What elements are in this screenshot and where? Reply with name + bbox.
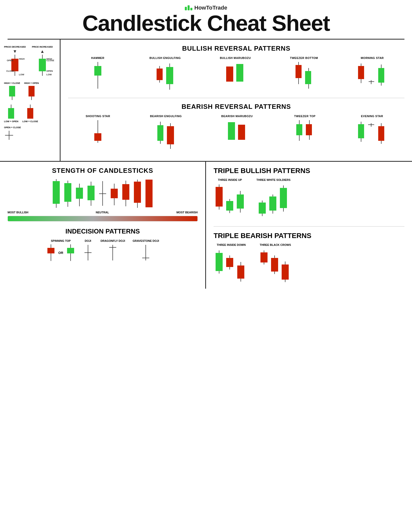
svg-rect-25 [94, 66, 101, 76]
spinning-top-item: SPINNING TOP OR [46, 239, 75, 261]
three-black-crows-label: THREE BLACK CROWS [260, 243, 291, 246]
svg-text:OPEN: OPEN [7, 59, 13, 62]
svg-rect-86 [87, 186, 95, 200]
bullish-engulfing-label: BULLISH ENGULFING [150, 56, 181, 59]
price-increased-candle: PRICE INCREASED ▲ HIGH CLOSE OPEN LOW [32, 46, 53, 77]
doji-item: DOJI [83, 239, 93, 261]
logo-bar-1 [185, 7, 187, 10]
high-eq-open-label: HIGH = OPEN [24, 82, 39, 84]
logo-bar-2 [188, 5, 190, 10]
arrow-up-icon: ▲ [40, 49, 45, 54]
svg-rect-97 [134, 182, 141, 203]
svg-rect-14 [9, 86, 15, 96]
svg-rect-124 [259, 203, 266, 214]
logo-bar-3 [190, 8, 192, 10]
svg-rect-148 [282, 264, 289, 280]
bullish-patterns-row: HAMMER BULLISH ENGULFING [68, 56, 404, 92]
bearish-marubozu-visual [227, 120, 247, 145]
triple-bullish-section: TRIPLE BULLISH PATTERNS THREE INSIDE UP [214, 167, 404, 219]
svg-rect-68 [358, 124, 364, 138]
hammer-label: HAMMER [91, 56, 104, 59]
svg-rect-115 [216, 187, 223, 207]
svg-rect-65 [306, 124, 312, 135]
triple-bearish-row: THREE INSIDE DOWN [214, 243, 404, 284]
svg-rect-34 [236, 64, 243, 82]
svg-rect-28 [157, 69, 163, 80]
pattern-bearish-engulfing: BEARISH ENGULFING [150, 115, 182, 150]
svg-rect-77 [53, 181, 60, 204]
legend-candles-row: PRICE DECREASED ▼ HIGH OPEN CLOSE LOW [4, 46, 56, 77]
svg-rect-60 [238, 125, 245, 140]
red-candle-svg: HIGH OPEN CLOSE LOW [9, 54, 20, 77]
svg-rect-19 [8, 108, 14, 119]
three-black-crows: THREE BLACK CROWS [259, 243, 292, 284]
low-eq-close-label: LOW = CLOSE [22, 120, 38, 123]
page-header: HowToTrade Candlestick Cheat Sheet [0, 0, 412, 36]
bottom-left: STENGTH OF CANDLESTICKS [0, 162, 206, 289]
high-eq-open: HIGH = OPEN [24, 82, 39, 101]
legend-low-eq: LOW = OPEN LOW = CLOSE [4, 104, 56, 123]
bullish-section: BULLISH REVERSAL PATTERNS HAMMER [68, 45, 404, 92]
tweezer-top-label: TWEEZER TOP [294, 115, 316, 118]
triple-divider [214, 226, 404, 227]
shooting-star-visual [93, 120, 102, 147]
bullish-title: BULLISH REVERSAL PATTERNS [68, 45, 404, 52]
bearish-title: BEARISH REVERSAL PATTERNS [68, 103, 404, 111]
strength-section: STENGTH OF CANDLESTICKS [8, 167, 198, 221]
morning-star-label: MORNING STAR [361, 56, 384, 59]
svg-rect-31 [166, 67, 173, 84]
strength-title: STENGTH OF CANDLESTICKS [8, 167, 198, 175]
evening-star-visual [357, 120, 387, 150]
svg-rect-104 [67, 248, 74, 253]
svg-rect-59 [228, 122, 235, 140]
dragonfly-doji-label: DRAGONFLY DOJI [101, 239, 125, 242]
indecision-title: INDECISION PATTERNS [8, 227, 198, 235]
page-title: Candlestick Cheat Sheet [0, 12, 412, 34]
svg-rect-127 [269, 196, 276, 211]
green-candle-svg: HIGH CLOSE OPEN LOW [37, 54, 48, 77]
bearish-engulfing-visual [156, 120, 176, 150]
svg-rect-74 [378, 126, 384, 141]
indecision-section: INDECISION PATTERNS SPINNING TOP [8, 227, 198, 261]
arrow-down-icon: ▼ [13, 49, 17, 54]
high-eq-close-label: HIGH = CLOSE [4, 82, 20, 84]
price-increased-label: PRICE INCREASED [32, 46, 53, 48]
svg-rect-51 [94, 133, 101, 141]
strength-gradient-bar [8, 216, 198, 221]
strength-label-right: MOST BEARISH [176, 211, 198, 214]
triple-bullish-title: TRIPLE BULLISH PATTERNS [214, 167, 404, 175]
pattern-shooting-star: SHOOTING STAR [85, 115, 110, 147]
three-inside-down-label: THREE INSIDE DOWN [217, 243, 246, 246]
logo-text: HowToTrade [194, 5, 227, 11]
svg-text:OPEN: OPEN [46, 70, 53, 72]
svg-rect-94 [122, 184, 129, 200]
legend-panel: PRICE DECREASED ▼ HIGH OPEN CLOSE LOW [0, 40, 61, 161]
gravestone-doji-item: GRAVESTONE DOJI [133, 239, 159, 261]
high-eq-close: HIGH = CLOSE [4, 82, 20, 101]
bullish-bearish-divider [68, 98, 404, 98]
spinning-top-label: SPINNING TOP [51, 239, 71, 242]
svg-rect-91 [111, 189, 118, 198]
tweezer-bottom-label: TWEEZER BOTTOM [290, 56, 318, 59]
three-inside-down-visual [214, 248, 249, 284]
morning-star-visual [357, 61, 387, 92]
low-eq-open-label: LOW = OPEN [4, 120, 18, 123]
tweezer-top-visual [295, 120, 315, 147]
bullish-marubozu-label: BULLISH MARUBOZU [220, 56, 251, 59]
svg-rect-54 [157, 125, 163, 141]
price-decreased-candle: PRICE DECREASED ▼ HIGH OPEN CLOSE LOW [4, 46, 26, 77]
shooting-star-label: SHOOTING STAR [86, 115, 110, 118]
three-inside-up-label: THREE INSIDE UP [218, 178, 242, 181]
svg-rect-62 [296, 124, 302, 135]
svg-rect-139 [237, 265, 244, 279]
low-eq-close: LOW = CLOSE [22, 104, 38, 123]
svg-rect-83 [76, 188, 83, 199]
tweezer-bottom-visual [294, 61, 314, 89]
svg-rect-80 [64, 183, 71, 202]
svg-rect-133 [216, 253, 223, 271]
logo-icon [185, 5, 192, 10]
legend-open-eq-close: OPEN = CLOSE [4, 126, 56, 141]
svg-text:CLOSE: CLOSE [46, 59, 54, 62]
svg-rect-136 [226, 258, 233, 267]
strength-labels: MOST BULLISH NEUTRAL MOST BEARISH [8, 211, 198, 214]
